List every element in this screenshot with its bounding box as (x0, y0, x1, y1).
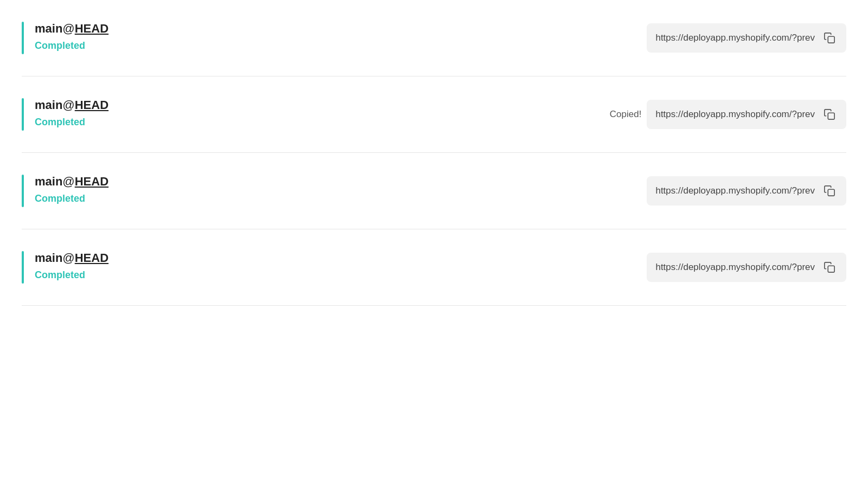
branch-name: main (35, 98, 62, 112)
deploy-url: https://deployapp.myshopify.com/?prev (655, 33, 815, 43)
status-badge: Completed (35, 269, 108, 281)
at-sign: @ (62, 22, 74, 35)
at-sign: @ (62, 251, 74, 265)
copy-icon (824, 108, 835, 120)
url-box: https://deployapp.myshopify.com/?prev (647, 100, 846, 129)
ref-link[interactable]: HEAD (75, 98, 108, 112)
status-badge: Completed (35, 40, 108, 52)
deploy-title: main@HEAD (35, 98, 108, 112)
branch-name: main (35, 251, 62, 265)
deploy-title: main@HEAD (35, 251, 108, 265)
url-box: https://deployapp.myshopify.com/?prev (647, 176, 846, 206)
copy-icon (824, 32, 835, 44)
copy-url-button[interactable] (821, 183, 838, 199)
copy-url-button[interactable] (821, 106, 838, 123)
deploy-title: main@HEAD (35, 175, 108, 189)
deploy-left: main@HEAD Completed (22, 175, 108, 207)
deploy-url: https://deployapp.myshopify.com/?prev (655, 185, 815, 196)
status-bar (22, 22, 24, 54)
deploy-left: main@HEAD Completed (22, 22, 108, 54)
deploy-info: main@HEAD Completed (35, 251, 108, 281)
deploy-right: https://deployapp.myshopify.com/?prev (647, 23, 846, 53)
svg-rect-0 (828, 36, 834, 43)
branch-name: main (35, 22, 62, 35)
deploy-url: https://deployapp.myshopify.com/?prev (655, 262, 815, 273)
deploy-title: main@HEAD (35, 22, 108, 36)
deploy-right: https://deployapp.myshopify.com/?prev (647, 176, 846, 206)
deploy-left: main@HEAD Completed (22, 251, 108, 284)
copy-icon (824, 185, 835, 197)
status-bar (22, 251, 24, 284)
svg-rect-2 (828, 189, 834, 196)
deploy-item: main@HEAD Completed Copied! https://depl… (22, 76, 846, 153)
deploy-right: Copied! https://deployapp.myshopify.com/… (610, 100, 846, 129)
branch-name: main (35, 175, 62, 188)
ref-link[interactable]: HEAD (75, 175, 108, 188)
copy-url-button[interactable] (821, 259, 838, 275)
deploy-info: main@HEAD Completed (35, 175, 108, 204)
copied-label: Copied! (610, 109, 642, 120)
deploy-url: https://deployapp.myshopify.com/?prev (655, 109, 815, 120)
svg-rect-1 (828, 113, 834, 119)
url-box: https://deployapp.myshopify.com/?prev (647, 23, 846, 53)
status-badge: Completed (35, 117, 108, 128)
status-bar (22, 98, 24, 131)
url-box: https://deployapp.myshopify.com/?prev (647, 253, 846, 282)
at-sign: @ (62, 175, 74, 188)
svg-rect-3 (828, 266, 834, 272)
ref-link[interactable]: HEAD (75, 22, 108, 35)
deploy-right: https://deployapp.myshopify.com/?prev (647, 253, 846, 282)
deploy-info: main@HEAD Completed (35, 22, 108, 52)
deploy-item: main@HEAD Completed https://deployapp.my… (22, 0, 846, 76)
deploy-item: main@HEAD Completed https://deployapp.my… (22, 229, 846, 306)
deploy-info: main@HEAD Completed (35, 98, 108, 128)
deploy-item: main@HEAD Completed https://deployapp.my… (22, 153, 846, 229)
deployments-list: main@HEAD Completed https://deployapp.my… (0, 0, 868, 306)
status-bar (22, 175, 24, 207)
status-badge: Completed (35, 193, 108, 204)
deploy-left: main@HEAD Completed (22, 98, 108, 131)
copy-icon (824, 261, 835, 273)
copy-url-button[interactable] (821, 30, 838, 46)
at-sign: @ (62, 98, 74, 112)
ref-link[interactable]: HEAD (75, 251, 108, 265)
